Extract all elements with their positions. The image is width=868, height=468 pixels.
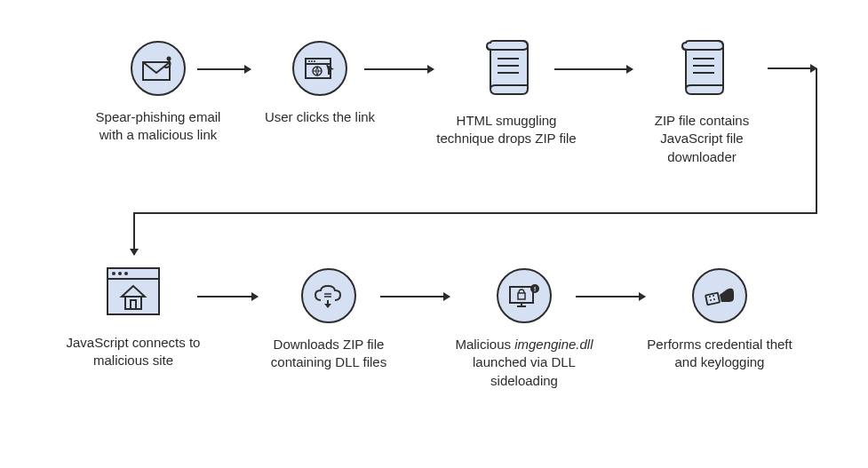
svg-point-36	[713, 295, 714, 297]
step-download-dll: Downloads ZIP file containing DLL files	[249, 268, 409, 372]
step-credential-theft: Performs credential theft and keylogging	[640, 268, 800, 372]
svg-point-19	[118, 272, 122, 275]
arrow-icon	[576, 296, 645, 297]
step-phishing-email: Spear-phishing email with a malicious li…	[78, 41, 238, 145]
step-user-clicks: User clicks the link	[240, 41, 400, 126]
step-label: Downloads ZIP file containing DLL files	[253, 336, 404, 372]
step-label: ZIP file contains JavaScript file downlo…	[626, 112, 777, 166]
svg-point-4	[308, 60, 310, 62]
arrow-down-icon	[133, 212, 135, 255]
arrow-icon	[197, 68, 251, 70]
svg-point-6	[314, 60, 315, 62]
monitor-lock-alert-icon: !	[497, 268, 552, 323]
svg-point-5	[311, 60, 313, 62]
envelope-hook-icon	[131, 41, 186, 96]
svg-text:!: !	[534, 285, 537, 293]
step-label: Malicious imgengine.dll launched via DLL…	[449, 336, 600, 390]
browser-cursor-icon	[292, 41, 347, 96]
step-zip-downloader: ZIP file contains JavaScript file downlo…	[622, 36, 782, 166]
connector-line	[816, 68, 817, 213]
svg-marker-27	[324, 304, 331, 308]
arrow-icon	[380, 296, 450, 297]
connector-line	[768, 67, 816, 69]
arrow-icon	[197, 296, 258, 297]
arrow-icon	[364, 68, 434, 70]
svg-point-1	[167, 57, 171, 61]
svg-rect-16	[108, 268, 159, 314]
step-html-smuggling: HTML smuggling technique drops ZIP file	[426, 36, 586, 148]
step-label: HTML smuggling technique drops ZIP file	[431, 112, 582, 148]
svg-point-38	[713, 298, 715, 300]
step-label: Performs credential theft and keylogging	[644, 336, 795, 372]
step-label: JavaScript connects to malicious site	[58, 334, 209, 370]
step-dll-sideloading: ! Malicious imgengine.dll launched via D…	[444, 268, 604, 390]
svg-rect-34	[705, 293, 720, 305]
svg-point-20	[124, 272, 128, 275]
connector-line	[133, 212, 817, 214]
hand-card-icon	[692, 268, 747, 323]
scroll-icon	[480, 36, 533, 99]
step-label: Spear-phishing email with a malicious li…	[83, 108, 234, 145]
svg-point-37	[710, 299, 712, 301]
step-js-connects: JavaScript connects to malicious site	[53, 263, 213, 370]
step-label: User clicks the link	[265, 108, 375, 126]
cloud-download-icon	[301, 268, 356, 323]
svg-point-18	[112, 272, 115, 275]
svg-rect-31	[518, 293, 525, 299]
browser-house-icon	[102, 263, 164, 321]
svg-point-35	[709, 296, 711, 297]
scroll-icon	[675, 36, 729, 99]
arrow-icon	[554, 68, 633, 70]
